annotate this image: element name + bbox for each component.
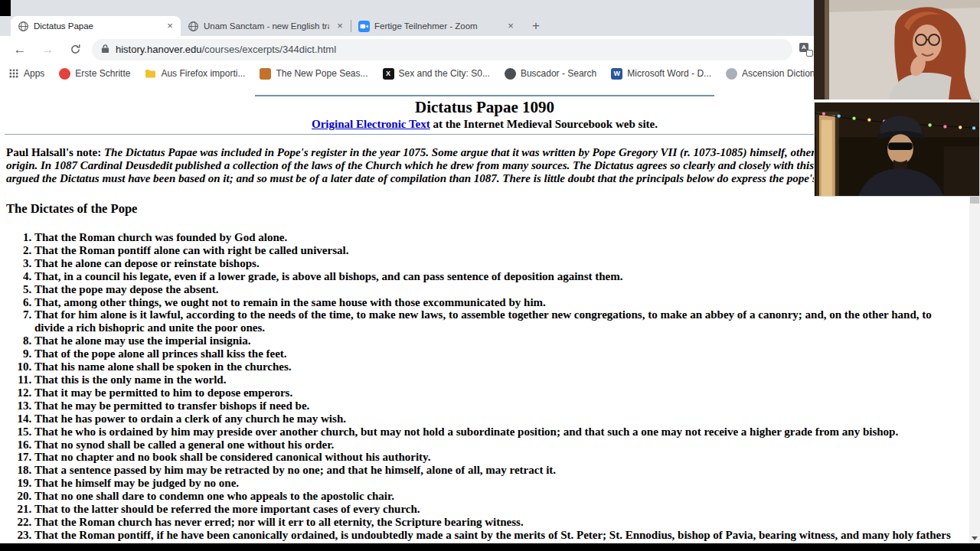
- title-top-rule: [255, 95, 714, 96]
- bookmark-sex-and-the-city[interactable]: X Sex and the City: S0...: [383, 68, 490, 80]
- tab-dictatus-papae[interactable]: Dictatus Papae ×: [11, 16, 181, 36]
- dictate-item: That for him alone is it lawful, accordi…: [34, 308, 969, 334]
- bookmark-erste-schritte[interactable]: Erste Schritte: [59, 68, 130, 80]
- dictate-item: That his name alone shall be spoken in t…: [34, 360, 969, 373]
- zoom-video-overlay: [814, 0, 980, 197]
- dictate-item: That the pope may depose the absent.: [34, 283, 969, 296]
- bookmark-label: The New Pope Seas...: [276, 68, 368, 79]
- omnibox-url-field[interactable]: history.hanover.edu/courses/excerpts/344…: [92, 39, 792, 60]
- orange-site-icon: [260, 68, 271, 80]
- capture-bottom-black-bar: [0, 543, 980, 551]
- black-x-site-icon: X: [383, 68, 394, 80]
- subtitle-rest: at the Internet Medieval Sourcebook web …: [430, 118, 658, 130]
- dictate-item: That no chapter and no book shall be con…: [34, 451, 969, 464]
- gray-site-icon: [726, 68, 737, 80]
- back-button[interactable]: ←: [12, 42, 28, 57]
- globe-favicon-icon: [188, 21, 199, 32]
- new-tab-button[interactable]: +: [526, 16, 546, 36]
- bookmark-label: Sex and the City: S0...: [399, 68, 490, 79]
- dictate-item: That the Roman pontiff alone can with ri…: [34, 244, 969, 257]
- apps-grid-icon: [8, 68, 19, 80]
- dictate-item: That the Roman church has never erred; n…: [34, 516, 969, 529]
- bookmark-apps[interactable]: Apps: [8, 68, 44, 80]
- globe-favicon-icon: [18, 21, 29, 32]
- dictate-item: That the Roman church was founded by God…: [34, 231, 969, 244]
- dictate-item: That he has power to ordain a clerk of a…: [34, 412, 969, 425]
- bookmark-label: Microsoft Word - D...: [627, 68, 711, 79]
- dictate-item: That to the latter should be referred th…: [34, 503, 969, 516]
- dictate-item: That he may be permitted to transfer bis…: [34, 399, 969, 412]
- reload-icon: [70, 44, 81, 55]
- bookmark-firefox-import-folder[interactable]: Aus Firefox importi...: [145, 68, 245, 80]
- tab-title: Unam Sanctam - new English tra...: [204, 21, 329, 31]
- tab-unam-sanctam[interactable]: Unam Sanctam - new English tra... ×: [181, 16, 351, 36]
- dictate-item: That he alone may use the imperial insig…: [34, 334, 969, 347]
- dictate-item: That of the pope alone all princes shall…: [34, 347, 969, 360]
- dictate-item: That the Roman pontiff, if he have been …: [34, 529, 969, 543]
- translate-icon[interactable]: A: [799, 43, 813, 57]
- dictates-list: That the Roman church was founded by God…: [0, 231, 969, 543]
- tabs-container: Dictatus Papae × Unam Sanctam - new Engl…: [11, 16, 546, 36]
- dictates-heading: The Dictates of the Pope: [6, 202, 969, 215]
- participant-video-bottom[interactable]: [814, 102, 980, 197]
- bookmark-label: Erste Schritte: [75, 68, 130, 79]
- word-icon: W: [611, 68, 622, 80]
- bookmark-label: Buscador - Search: [521, 68, 596, 79]
- capture-corner-black: [0, 0, 11, 16]
- bookmark-new-pope[interactable]: The New Pope Seas...: [260, 68, 368, 80]
- participant-video-top[interactable]: [814, 0, 980, 99]
- original-electronic-text-link[interactable]: Original Electronic Text: [312, 118, 430, 130]
- url-path: /courses/excerpts/344dict.html: [202, 44, 337, 55]
- folder-icon: [145, 68, 156, 80]
- dictate-item: That a sentence passed by him may be ret…: [34, 464, 969, 477]
- bookmark-label: Aus Firefox importi...: [161, 68, 245, 79]
- dark-globe-icon: [505, 68, 516, 80]
- dictate-item: That this is the only name in the world.: [34, 373, 969, 386]
- tab-zoom-teilnehmer[interactable]: Fertige Teilnehmer - Zoom ×: [351, 16, 521, 36]
- tab-close-icon[interactable]: ×: [334, 20, 346, 32]
- tab-title: Fertige Teilnehmer - Zoom: [374, 21, 500, 31]
- dictate-item: That no synod shall be called a general …: [34, 439, 969, 452]
- dictate-item: That, among other things, we ought not t…: [34, 296, 969, 309]
- forward-button[interactable]: →: [40, 42, 55, 57]
- bookmark-buscador[interactable]: Buscador - Search: [505, 68, 596, 80]
- dictate-item: That he himself may be judged by no one.: [34, 477, 969, 490]
- note-text: The Dictatus Papae was included in Pope'…: [6, 146, 948, 184]
- dictate-item: That it may be permitted to him to depos…: [34, 386, 969, 399]
- scroll-down-arrow-icon[interactable]: [972, 536, 978, 540]
- url-text: history.hanover.edu/courses/excerpts/344…: [116, 44, 336, 55]
- tab-close-icon[interactable]: ×: [505, 20, 517, 32]
- bookmark-microsoft-word[interactable]: W Microsoft Word - D...: [611, 68, 711, 80]
- tab-title: Dictatus Papae: [34, 21, 159, 31]
- bookmark-label: Apps: [24, 68, 44, 79]
- url-domain: history.hanover.edu: [116, 44, 202, 55]
- dictate-item: That he who is ordained by him may presi…: [34, 425, 969, 439]
- note-label: Paul Halsall's note:: [6, 146, 104, 158]
- reload-button[interactable]: [67, 44, 83, 55]
- dictate-item: That, in a council his legate, even if a…: [34, 270, 969, 283]
- lock-icon: [101, 44, 109, 56]
- dictate-item: That no one shall dare to condemn one wh…: [34, 490, 969, 503]
- zoom-favicon-icon: [358, 21, 370, 32]
- tab-close-icon[interactable]: ×: [164, 20, 176, 32]
- dictate-item: That he alone can depose or reinstate bi…: [34, 257, 969, 270]
- bookmark-ascension-dictionary[interactable]: Ascension Dictionary: [726, 68, 828, 80]
- red-site-icon: [59, 68, 70, 80]
